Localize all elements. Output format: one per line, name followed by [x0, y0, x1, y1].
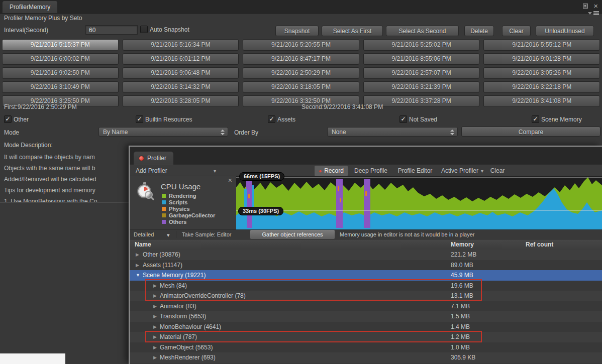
- divider: [176, 231, 176, 238]
- select-as-first-button[interactable]: Select As First: [322, 26, 383, 36]
- snapshot-button[interactable]: 9/21/2016 5:20:55 PM: [243, 39, 359, 51]
- expand-arrow-icon[interactable]: ▶: [153, 301, 157, 312]
- snapshot-button[interactable]: Snapshot: [275, 26, 319, 36]
- filter-scene-memory[interactable]: ✓Scene Memory: [532, 115, 582, 123]
- chevron-down-icon: ▾: [481, 166, 483, 176]
- snapshot-button[interactable]: 9/21/2016 9:06:48 PM: [123, 67, 239, 79]
- detail-subtoolbar: Detailed ▾ Take Sample: Editor Gather ob…: [130, 229, 602, 239]
- checkbox-icon[interactable]: [140, 26, 148, 33]
- table-row[interactable]: ▶MonoBehaviour (4641)1.4 MB: [130, 322, 602, 332]
- snapshot-button[interactable]: 9/21/2016 5:55:12 PM: [483, 39, 600, 51]
- snapshot-button[interactable]: 9/22/2016 3:28:05 PM: [123, 95, 239, 107]
- snapshot-button[interactable]: 9/22/2016 3:10:49 PM: [2, 81, 119, 93]
- mode-dropdown[interactable]: By Name: [98, 127, 228, 137]
- maximize-icon[interactable]: [583, 4, 588, 9]
- legend-color-swatch: [162, 220, 166, 224]
- table-row[interactable]: ▶Assets (11147)89.0 MB: [130, 260, 602, 271]
- table-row[interactable]: ▶Transform (5653)1.5 MB: [130, 311, 602, 322]
- snapshot-button[interactable]: 9/21/2016 8:47:17 PM: [243, 53, 359, 65]
- expand-arrow-icon[interactable]: ▶: [153, 322, 157, 332]
- auto-snapshot-checkbox[interactable]: Auto Snapshot: [140, 26, 189, 33]
- close-icon[interactable]: ×: [593, 2, 598, 11]
- checkbox-checked-icon[interactable]: ✓: [136, 115, 143, 123]
- snapshot-button[interactable]: 9/22/2016 2:50:29 PM: [243, 67, 359, 79]
- chevron-down-icon: ▾: [167, 230, 170, 239]
- snapshot-button[interactable]: 9/21/2016 5:25:02 PM: [363, 39, 480, 51]
- deep-profile-button[interactable]: Deep Profile: [350, 166, 392, 176]
- row-name: MeshRenderer (693): [160, 352, 216, 363]
- clear-button[interactable]: Clear: [502, 26, 531, 36]
- active-profiler-button[interactable]: Active Profiler▾: [438, 166, 486, 176]
- legend-item-rendering: Rendering: [162, 193, 196, 199]
- detailed-dropdown[interactable]: Detailed: [134, 230, 154, 239]
- filter-builtin-resources[interactable]: ✓Builtin Resources: [136, 115, 192, 123]
- profile-editor-button[interactable]: Profile Editor: [393, 166, 437, 176]
- snapshot-button[interactable]: 9/21/2016 6:00:02 PM: [2, 53, 119, 65]
- expand-arrow-icon[interactable]: ▶: [153, 342, 157, 353]
- dropdown-arrows-icon: [221, 130, 225, 135]
- snapshot-button[interactable]: 9/22/2016 3:21:39 PM: [363, 81, 480, 93]
- tab-profiler[interactable]: Profiler: [134, 152, 173, 165]
- interval-input[interactable]: [85, 25, 138, 35]
- table-row[interactable]: ▶Animator (83)7.1 MB: [130, 301, 602, 312]
- record-button[interactable]: ●Record: [315, 166, 348, 176]
- checkbox-checked-icon[interactable]: ✓: [532, 115, 539, 123]
- checkbox-checked-icon[interactable]: ✓: [399, 115, 407, 123]
- take-sample-button[interactable]: Take Sample: Editor: [182, 230, 231, 239]
- legend-label: GarbageCollector: [169, 212, 215, 218]
- tab-profiler-memory[interactable]: ProfilerMemory: [3, 1, 57, 13]
- legend-item-physics: Physics: [162, 206, 190, 212]
- legend-label: Others: [169, 219, 186, 225]
- order-by-value: None: [332, 129, 346, 136]
- unloadunused-button[interactable]: UnloadUnused: [536, 26, 594, 36]
- expand-arrow-icon[interactable]: ▶: [153, 352, 157, 363]
- filters-row: ✓Other✓Builtin Resources✓Assets✓Not Save…: [0, 115, 602, 124]
- column-header-refcount[interactable]: Ref count: [526, 239, 553, 250]
- table-row[interactable]: ▶GameObject (5653)1.0 MB: [130, 342, 602, 353]
- snapshot-button[interactable]: 9/21/2016 5:15:37 PM: [2, 39, 119, 51]
- cpu-legend-panel: × CPU Usage RenderingScriptsPhysicsGarba…: [130, 176, 237, 229]
- compare-button[interactable]: Compare: [461, 127, 600, 137]
- cpu-usage-chart[interactable]: [236, 176, 602, 229]
- snapshot-button[interactable]: 9/21/2016 9:01:28 PM: [483, 53, 600, 65]
- clear-button[interactable]: Clear: [487, 166, 508, 176]
- snapshot-button[interactable]: 9/21/2016 8:55:06 PM: [363, 53, 480, 65]
- checkbox-checked-icon[interactable]: ✓: [268, 115, 275, 123]
- filter-not-saved[interactable]: ✓Not Saved: [399, 115, 437, 123]
- row-memory: 1.4 MB: [451, 322, 470, 332]
- window-menu-icon[interactable]: [588, 11, 599, 16]
- memory-table-rows: ▶Other (30876)221.2 MB▶Assets (11147)89.…: [130, 250, 602, 364]
- snapshot-button[interactable]: 9/22/2016 3:18:05 PM: [243, 81, 359, 93]
- gather-object-references-button[interactable]: Gather object references: [250, 230, 335, 239]
- table-row[interactable]: ▶Other (30876)221.2 MB: [130, 250, 602, 260]
- collapse-arrow-icon[interactable]: ▼: [136, 270, 140, 281]
- checkbox-checked-icon[interactable]: ✓: [4, 115, 12, 123]
- window-subtitle: Profiler Memory Plus by Seto: [4, 15, 82, 22]
- filter-assets[interactable]: ✓Assets: [268, 115, 295, 123]
- legend-label: Rendering: [169, 193, 196, 199]
- row-memory: 1.5 MB: [451, 311, 470, 322]
- snapshot-button[interactable]: 9/22/2016 3:05:26 PM: [483, 67, 600, 79]
- column-header-memory[interactable]: Memory: [451, 239, 474, 250]
- order-by-dropdown[interactable]: None: [327, 127, 458, 137]
- snapshot-button[interactable]: 9/22/2016 3:14:32 PM: [123, 81, 239, 93]
- legend-label: Scripts: [169, 199, 187, 205]
- cpu-chart-row: × CPU Usage RenderingScriptsPhysicsGarba…: [130, 176, 602, 229]
- snapshot-button[interactable]: 9/21/2016 9:02:50 PM: [2, 67, 119, 79]
- tab-label: Profiler: [147, 152, 166, 165]
- row-name: GameObject (5653): [160, 342, 213, 353]
- select-as-second-button[interactable]: Select As Second: [386, 26, 459, 36]
- expand-arrow-icon[interactable]: ▶: [153, 311, 157, 322]
- snapshot-button[interactable]: 9/22/2016 3:22:18 PM: [483, 81, 600, 93]
- snapshot-button[interactable]: 9/22/2016 3:41:08 PM: [483, 95, 600, 107]
- column-header-name[interactable]: Name: [135, 239, 151, 250]
- delete-button[interactable]: Delete: [464, 26, 494, 36]
- snapshot-button[interactable]: 9/22/2016 2:57:07 PM: [363, 67, 480, 79]
- snapshot-button[interactable]: 9/21/2016 5:16:34 PM: [123, 39, 239, 51]
- expand-arrow-icon[interactable]: ▶: [136, 260, 139, 271]
- snapshot-button[interactable]: 9/21/2016 6:01:12 PM: [123, 53, 239, 65]
- expand-arrow-icon[interactable]: ▶: [136, 250, 139, 260]
- interval-label: Interval(Second): [4, 27, 48, 34]
- table-row[interactable]: ▶MeshRenderer (693)305.9 KB: [130, 352, 602, 363]
- filter-other[interactable]: ✓Other: [4, 115, 29, 123]
